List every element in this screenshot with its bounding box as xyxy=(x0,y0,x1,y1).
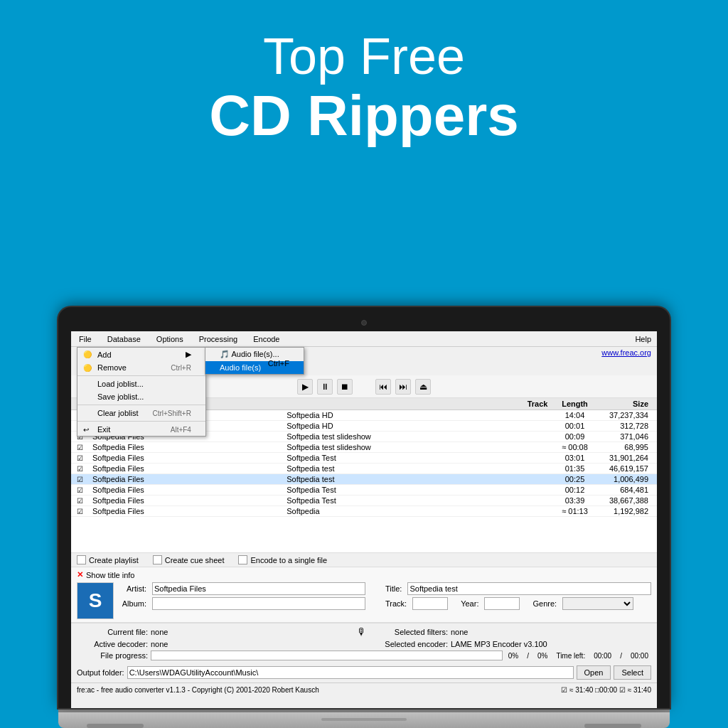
prev-track-button[interactable]: ⏮ xyxy=(375,379,391,395)
track-row[interactable]: ☑ Softpedia Files Softpedia Test 03:01 3… xyxy=(71,453,657,464)
artist-input[interactable] xyxy=(152,582,365,595)
header-title xyxy=(287,400,520,408)
file-progress-bar xyxy=(151,651,503,660)
time-left-label: Time left: xyxy=(553,652,588,660)
menu-processing[interactable]: Processing xyxy=(197,334,240,344)
create-cue-checkbox[interactable]: Create cue sheet xyxy=(153,555,225,564)
track-size: 371,046 xyxy=(594,432,651,441)
play-button[interactable]: ▶ xyxy=(297,379,313,395)
audio-files-icon: 🎵 xyxy=(220,350,231,358)
track-title: Softpedia test xyxy=(287,475,520,483)
select-button[interactable]: Select xyxy=(614,665,651,680)
track-row[interactable]: ☑ Softpedia Files Softpedia test slidesh… xyxy=(71,442,657,453)
stop-button[interactable]: ⏹ xyxy=(337,379,353,395)
track-artist: Softpedia Files xyxy=(92,454,287,462)
track-check: ☑ xyxy=(77,508,92,515)
year-label-text: Year: xyxy=(461,599,478,608)
track-check: ☑ xyxy=(77,476,92,483)
track-number-input[interactable] xyxy=(412,597,448,610)
menu-file[interactable]: File xyxy=(77,334,94,344)
track-check: ☑ xyxy=(77,465,92,473)
track-artist: Softpedia Files xyxy=(92,496,287,505)
output-folder-input[interactable] xyxy=(127,666,574,679)
eject-button[interactable]: ⏏ xyxy=(415,379,431,395)
pause-button[interactable]: ⏸ xyxy=(317,379,333,395)
menu-options[interactable]: Options xyxy=(154,334,186,344)
exit-label: Exit xyxy=(97,425,110,434)
bottom-statusbar: fre:ac - free audio converter v1.1.3 - C… xyxy=(71,682,657,697)
laptop-foot-left xyxy=(87,724,144,728)
create-playlist-label: Create playlist xyxy=(89,556,139,564)
submenu-audio-files-shortcut[interactable]: 🎵 Audio file(s)... Ctrl+F xyxy=(205,348,304,361)
track-length: ≈ 01:13 xyxy=(555,507,594,515)
track-size: 1,006,499 xyxy=(594,475,651,483)
hero-section: Top Free CD Rippers xyxy=(0,0,728,168)
options-bar: Create playlist Create cue sheet Encode … xyxy=(71,552,657,567)
year-input[interactable] xyxy=(484,597,520,610)
track-check: ☑ xyxy=(77,486,92,494)
add-label: Add xyxy=(97,350,112,359)
header-size: Size xyxy=(594,400,651,408)
menu-item-load-joblist[interactable]: Load joblist... xyxy=(77,378,205,390)
toolbar-center: ▶ ⏸ ⏹ ⏮ ⏭ ⏏ xyxy=(297,379,431,395)
menu-item-remove[interactable]: 🟡 Remove Ctrl+R xyxy=(77,361,205,374)
status-row-3: File progress: 0% / 0% Time left: 00:00 … xyxy=(77,651,651,660)
slash2: / xyxy=(617,652,625,660)
genre-select[interactable] xyxy=(562,597,633,610)
clear-shortcut: Ctrl+Shift+R xyxy=(152,410,191,417)
track-length: 03:01 xyxy=(555,454,594,462)
header-track: Track xyxy=(520,400,555,408)
menu-encode[interactable]: Encode xyxy=(251,334,282,344)
menu-help[interactable]: Help xyxy=(635,335,651,343)
website-link[interactable]: www.freac.org xyxy=(601,348,651,357)
track-row[interactable]: ☑ Softpedia Files Softpedia ≈ 01:13 1,19… xyxy=(71,506,657,517)
menu-item-clear-joblist[interactable]: Clear joblist Ctrl+Shift+R xyxy=(77,407,205,419)
title-info-panel: ✕ Show title info S Artist: Title: xyxy=(71,567,657,623)
title-input[interactable] xyxy=(407,582,651,595)
menu-item-save-joblist[interactable]: Save joblist... xyxy=(77,390,205,403)
encode-single-checkbox[interactable]: Encode to a single file xyxy=(238,555,327,564)
menu-item-exit[interactable]: ↩ Exit Alt+F4 xyxy=(77,423,205,436)
cb-cue[interactable] xyxy=(153,555,162,564)
track-title: Softpedia HD xyxy=(287,411,520,419)
output-folder-row: Output folder: Open Select xyxy=(71,665,657,682)
cb-playlist[interactable] xyxy=(77,555,86,564)
hero-title-bottom: CD Rippers xyxy=(0,85,728,147)
track-row[interactable]: ☑ Softpedia Files Softpedia Test 03:39 3… xyxy=(71,496,657,506)
track-size: 1,192,982 xyxy=(594,507,651,515)
hero-title-top: Top Free xyxy=(0,28,728,85)
close-title-info-button[interactable]: ✕ xyxy=(77,570,83,579)
track-length: 00:09 xyxy=(555,432,594,441)
active-decoder-label: Active decoder: xyxy=(77,640,148,648)
track-title: Softpedia test xyxy=(287,464,520,473)
progress-pct: 0% xyxy=(505,652,521,660)
audio-files-label: Audio file(s)... xyxy=(231,350,279,358)
next-track-button[interactable]: ⏭ xyxy=(395,379,411,395)
laptop-camera xyxy=(361,320,367,326)
output-folder-label: Output folder: xyxy=(77,668,124,677)
track-row[interactable]: ☑ Softpedia Files Softpedia test 00:25 1… xyxy=(71,474,657,485)
app-window: File Database Options Processing Encode … xyxy=(71,331,657,708)
track-length: 00:12 xyxy=(555,486,594,494)
track-row[interactable]: ☑ Softpedia Files Softpedia Test 00:12 6… xyxy=(71,485,657,496)
album-input[interactable] xyxy=(152,597,365,610)
encode-single-label: Encode to a single file xyxy=(250,556,327,564)
create-playlist-checkbox[interactable]: Create playlist xyxy=(77,555,139,564)
laptop: File Database Options Processing Encode … xyxy=(58,307,670,728)
menu-item-add[interactable]: 🟡 Add ▶ xyxy=(77,348,205,361)
cb-encode-single[interactable] xyxy=(238,555,247,564)
file-dropdown-overlay: 🟡 Add ▶ 🟡 Remove Ctrl+R xyxy=(77,347,206,437)
track-row[interactable]: ☑ Softpedia Files Softpedia test 01:35 4… xyxy=(71,464,657,474)
track-length: 14:04 xyxy=(555,411,594,419)
open-button[interactable]: Open xyxy=(577,665,611,680)
selected-filters-label: Selected filters: xyxy=(370,628,448,636)
save-joblist-label: Save joblist... xyxy=(97,392,144,401)
create-cue-label: Create cue sheet xyxy=(165,556,225,564)
track-label-text: Track: xyxy=(385,599,407,608)
sep3 xyxy=(77,421,205,422)
menu-database[interactable]: Database xyxy=(105,334,143,344)
track-size: 38,667,388 xyxy=(594,496,651,505)
track-check: ☑ xyxy=(77,497,92,505)
exit-icon: ↩ xyxy=(83,426,89,434)
track-check: ☑ xyxy=(77,444,92,451)
